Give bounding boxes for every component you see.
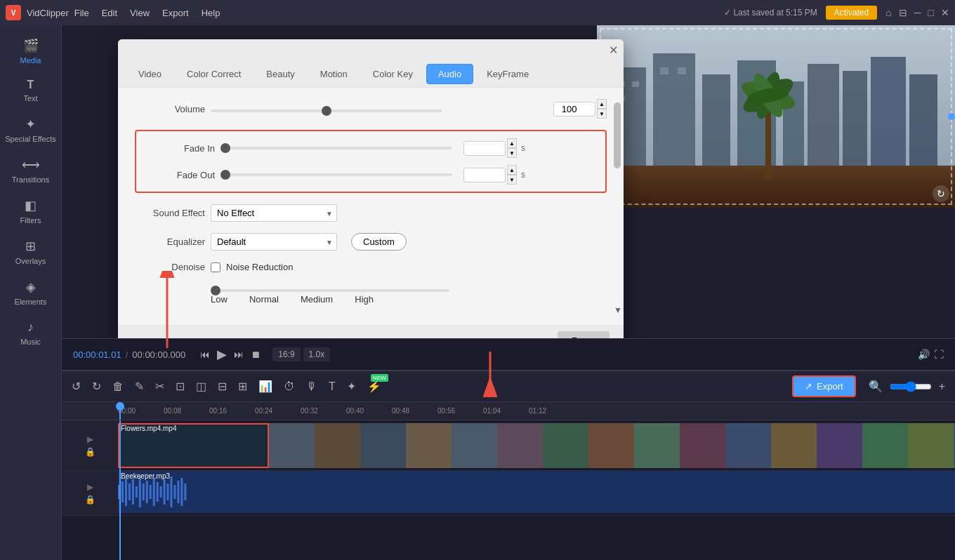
activated-button[interactable]: Activated xyxy=(826,6,877,20)
fade-out-value[interactable]: 0.00 xyxy=(463,168,506,182)
stop-button[interactable]: ⏹ xyxy=(249,345,263,364)
sidebar-item-music[interactable]: ♪ Music xyxy=(0,313,61,353)
edit-button[interactable]: ✎ xyxy=(131,377,148,396)
preview-area: ↻ xyxy=(597,25,955,208)
home-icon[interactable]: ⌂ xyxy=(885,7,891,18)
close-button[interactable]: ✕ xyxy=(941,7,949,18)
audio-lock-icon[interactable]: 🔒 xyxy=(85,495,96,505)
frame-button[interactable]: ⊟ xyxy=(213,377,231,396)
sidebar-item-elements[interactable]: ◈ Elements xyxy=(0,272,61,313)
volume-down-button[interactable]: ▼ xyxy=(597,109,607,119)
zoom-out-button[interactable]: 🔍 xyxy=(864,377,887,396)
fade-in-value[interactable]: 0.00 xyxy=(463,141,506,156)
fade-out-down-button[interactable]: ▼ xyxy=(507,175,517,185)
play-button[interactable]: ▶ xyxy=(215,345,229,364)
zoom-slider[interactable] xyxy=(890,381,932,392)
volume-number-input[interactable] xyxy=(553,102,595,116)
menu-help[interactable]: Help xyxy=(202,8,220,18)
menu-file[interactable]: File xyxy=(74,8,89,18)
thumb-15 xyxy=(908,423,954,468)
noise-slider-wrapper xyxy=(135,284,607,294)
svg-rect-28 xyxy=(121,481,124,502)
timer-button[interactable]: ⏱ xyxy=(279,378,299,396)
delete-button[interactable]: 🗑 xyxy=(108,378,128,396)
zoom-controls: 🔍 + xyxy=(864,377,949,396)
tab-video[interactable]: Video xyxy=(126,64,173,84)
snapshot-button[interactable]: ⊞ xyxy=(234,377,251,396)
audio-button[interactable]: 🎙 xyxy=(302,378,322,396)
skip-forward-button[interactable]: ⏭ xyxy=(232,345,246,364)
track-expand-icon[interactable]: ▶ xyxy=(87,434,93,444)
tab-beauty[interactable]: Beauty xyxy=(254,64,306,84)
menu-edit[interactable]: Edit xyxy=(102,8,117,18)
audio-expand-icon[interactable]: ▶ xyxy=(87,482,93,492)
app-logo: V xyxy=(6,5,21,20)
preview-scene xyxy=(597,25,955,208)
dialog-scroll-down-arrow[interactable]: ▼ xyxy=(614,305,621,315)
fade-in-slider[interactable] xyxy=(220,147,452,149)
skip-back-button[interactable]: ⏮ xyxy=(198,345,212,364)
sidebar-item-filters[interactable]: ◧ Filters xyxy=(0,191,61,232)
thumb-9 xyxy=(634,423,680,468)
tab-motion[interactable]: Motion xyxy=(308,64,360,84)
preview-refresh-button[interactable]: ↻ xyxy=(933,185,949,202)
text-tl-button[interactable]: T xyxy=(324,378,340,396)
dialog-scrollbar-thumb[interactable] xyxy=(614,102,621,168)
crop-button[interactable]: ⊡ xyxy=(171,377,189,396)
dialog-audio-content: Volume ▲ ▼ Fad xyxy=(118,88,624,324)
undo-button[interactable]: ↺ xyxy=(67,377,85,396)
thumb-2 xyxy=(315,423,360,468)
fade-in-up-button[interactable]: ▲ xyxy=(507,138,517,148)
maximize-button[interactable]: □ xyxy=(928,7,934,18)
clip-thumbnails[interactable] xyxy=(269,423,955,468)
cut-button[interactable]: ✂ xyxy=(151,377,169,396)
menu-view[interactable]: View xyxy=(130,8,150,18)
ruler-mark-9: 01:12 xyxy=(529,407,574,415)
volume-slider[interactable] xyxy=(211,109,442,112)
video-clip-strip[interactable]: Flowers.mp4.mp4 xyxy=(118,423,955,468)
fade-out-spinners: ▲ ▼ xyxy=(507,165,517,185)
custom-button[interactable]: Custom xyxy=(351,233,407,251)
track-lock-icon[interactable]: 🔒 xyxy=(85,447,96,457)
tab-color-key[interactable]: Color Key xyxy=(361,64,425,84)
sidebar-item-special-effects[interactable]: ✦ Special Effects xyxy=(0,109,61,150)
fullscreen-button[interactable]: ⛶ xyxy=(934,349,944,360)
volume-up-button[interactable]: ▲ xyxy=(597,99,607,109)
clip-dark: Flowers.mp4.mp4 xyxy=(118,423,269,468)
preview-handle-right[interactable] xyxy=(948,113,955,120)
volume-icon[interactable]: 🔊 xyxy=(918,349,930,360)
sidebar-item-media[interactable]: 🎬 Media xyxy=(0,31,61,72)
fade-out-slider[interactable] xyxy=(220,173,452,176)
new-feature-button[interactable]: ⚡ NEW xyxy=(363,377,386,396)
export-button[interactable]: ↗ Export xyxy=(792,375,856,397)
minimize-button[interactable]: ─ xyxy=(914,7,921,18)
equalizer-select[interactable]: Default xyxy=(211,233,337,251)
trim-button[interactable]: ◫ xyxy=(192,377,211,396)
effects-button[interactable]: ✦ xyxy=(343,377,360,396)
sidebar-item-text[interactable]: T Text xyxy=(0,72,61,109)
sound-effect-select[interactable]: No Effect xyxy=(211,204,337,222)
tab-color-correct[interactable]: Color Correct xyxy=(175,64,253,84)
filters-icon: ◧ xyxy=(25,198,37,213)
tab-keyframe[interactable]: KeyFrame xyxy=(475,64,541,84)
chart-button[interactable]: 📊 xyxy=(254,377,277,396)
new-badge: NEW xyxy=(371,374,388,382)
zoom-in-button[interactable]: + xyxy=(935,378,949,396)
fade-out-up-button[interactable]: ▲ xyxy=(507,165,517,175)
thumb-10 xyxy=(680,423,725,468)
svg-rect-26 xyxy=(118,471,955,513)
dialog-close-button[interactable]: ✕ xyxy=(609,44,618,57)
menu-export[interactable]: Export xyxy=(162,8,189,18)
timeline-area: ↺ ↻ 🗑 ✎ ✂ ⊡ ◫ ⊟ ⊞ 📊 ⏱ 🎙 T ✦ ⚡ NEW xyxy=(62,371,955,560)
redo-button[interactable]: ↻ xyxy=(88,377,105,396)
fade-in-down-button[interactable]: ▼ xyxy=(507,148,517,158)
aspect-ratio-select[interactable]: 16:9 xyxy=(272,347,300,361)
sidebar-item-transitions[interactable]: ⟷ Transitions xyxy=(0,150,61,191)
noise-reduction-checkbox[interactable] xyxy=(211,262,220,272)
tab-audio[interactable]: Audio xyxy=(426,64,473,84)
pin-icon[interactable]: ⊟ xyxy=(899,7,907,18)
noise-level-slider[interactable] xyxy=(211,289,449,292)
clip-first-section[interactable]: Flowers.mp4.mp4 xyxy=(118,423,269,468)
speed-select[interactable]: 1.0x xyxy=(303,347,331,361)
sidebar-item-overlays[interactable]: ⊞ Overlays xyxy=(0,232,61,272)
